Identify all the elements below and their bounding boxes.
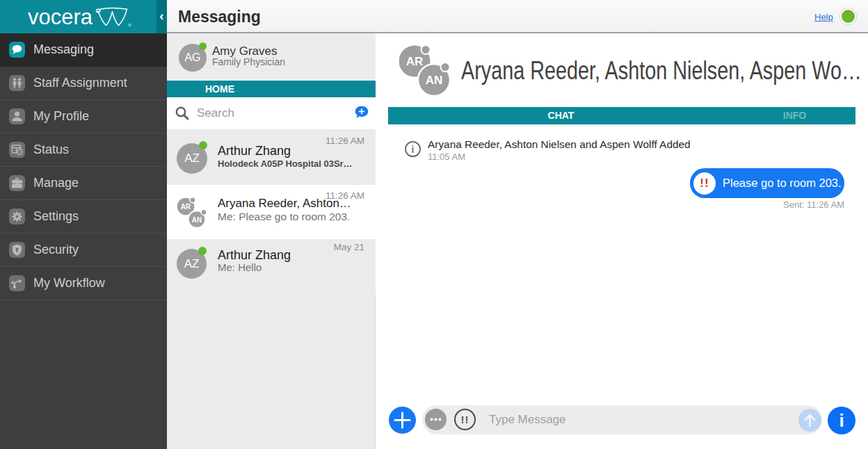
svg-text:AN: AN [426,74,443,87]
svg-text:AR: AR [181,203,191,211]
svg-text:vocera: vocera [28,5,93,29]
svg-text:AN: AN [192,216,202,224]
svg-text:AR: AR [406,55,424,68]
